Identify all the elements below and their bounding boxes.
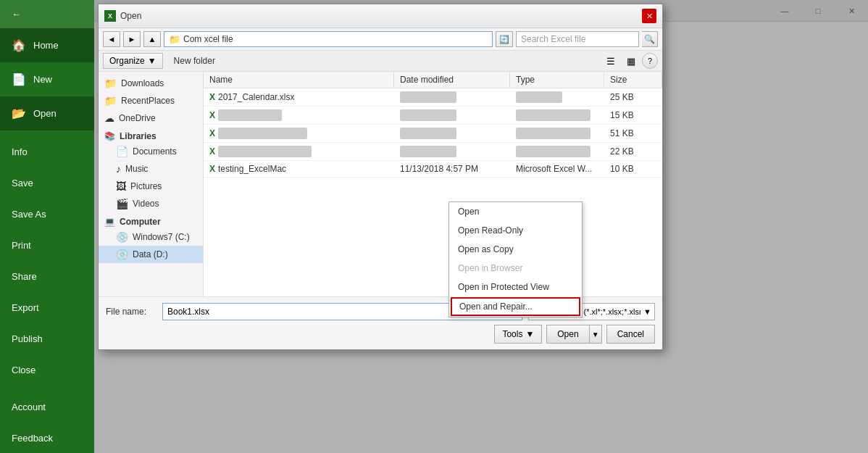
file-name: C [218,146,312,157]
data-drive-icon: 💿 [116,249,128,260]
sidebar-item-home[interactable]: 🏠 Home [0,28,94,62]
view-toggle-button[interactable]: ☰ [601,53,620,69]
new-folder-button[interactable]: New folder [166,53,223,69]
pictures-icon: 🖼 [116,180,126,192]
open-button-group: Open ▼ [546,325,601,344]
nav-item-label: Windows7 (C:) [133,232,190,242]
sidebar-item-open[interactable]: 📂 Open [0,96,94,130]
main-content: New Microsoft Excel Worksheet (2).xlsx -… [94,0,868,453]
sidebar-item-label: Share [12,271,37,282]
sidebar-item-label: Home [33,40,59,51]
forward-button[interactable]: ► [123,31,141,47]
up-button[interactable]: ▲ [143,31,161,47]
file-date-cell: 2/22 [394,88,510,106]
file-list-area: Name Date modified Type Size X 2017_Cale… [204,72,662,296]
sidebar-item-label: Publish [12,333,43,344]
help-button[interactable]: ? [642,53,658,69]
nav-item-videos[interactable]: 🎬 Videos [99,195,203,212]
file-type-cell: type [510,88,604,106]
nav-item-downloads[interactable]: 📁 Downloads [99,75,203,92]
file-size-cell: 25 KB [604,88,662,106]
nav-item-datad[interactable]: 💿 Data (D:) [99,246,203,263]
file-name: testing_ExcelMac [218,164,286,174]
search-box[interactable]: Search Excel file [516,31,639,47]
nav-item-documents[interactable]: 📄 Documents [99,143,203,160]
nav-item-label: Documents [133,146,177,157]
nav-item-music[interactable]: ♪ Music [99,160,203,178]
sidebar-item-save-as[interactable]: Save As [0,199,94,230]
path-box[interactable]: 📁 Com xcel file [164,31,493,47]
open-main-button[interactable]: Open [546,325,588,344]
dialog-excel-icon: X [104,10,116,22]
file-date: 2/22 [400,91,456,103]
nav-item-label: RecentPlaces [121,96,175,106]
refresh-button[interactable]: 🔄 [496,31,513,47]
sidebar-item-export[interactable]: Export [0,292,94,323]
col-name[interactable]: Name [204,72,394,88]
tools-label: Tools [502,329,522,339]
sidebar-item-account[interactable]: Account [0,391,94,423]
nav-item-pictures[interactable]: 🖼 Pictures [99,178,203,195]
file-date-cell: 11/13/2018 4:57 PM [394,161,510,177]
dialog-close-button[interactable]: ✕ [642,9,656,23]
sidebar-back-button[interactable]: ← [0,0,94,28]
sidebar-item-share[interactable]: Share [0,261,94,292]
path-text: Com xcel file [183,34,233,44]
menu-item-open-as-copy[interactable]: Open as Copy [449,240,582,259]
nav-item-onedrive[interactable]: ☁ OneDrive [99,109,203,127]
sidebar-item-info[interactable]: Info [0,136,94,167]
dialog-title-text: Open [120,11,141,21]
sidebar-item-label: Close [12,365,36,375]
open-dropdown-button[interactable]: ▼ [589,325,602,344]
footer-buttons: Tools ▼ Open ▼ Cancel [106,325,655,344]
table-row[interactable]: X g d-month-... 2/28 type 51 KB [204,125,662,143]
col-size[interactable]: Size [604,72,662,88]
nav-item-recent-places[interactable]: 📁 RecentPlaces [99,92,203,109]
documents-icon: 📄 [116,146,128,157]
nav-item-windows[interactable]: 💿 Windows7 (C:) [99,228,203,246]
file-size-cell: 51 KB [604,125,662,142]
table-row[interactable]: X testing_ExcelMac 11/13/2018 4:57 PM Mi… [204,161,662,178]
filename-label: File name: [106,307,157,317]
excel-file-icon: X [209,110,215,120]
music-icon: ♪ [116,163,121,175]
sidebar: ← 🏠 Home 📄 New 📂 Open Info Save Save As … [0,0,94,453]
col-date[interactable]: Date modified [394,72,510,88]
view-details-button[interactable]: ▦ [622,53,640,69]
col-type[interactable]: Type [510,72,604,88]
downloads-folder-icon: 📁 [104,78,117,89]
organize-button[interactable]: Organize ▼ [103,53,163,69]
file-type-cell: type [510,143,604,160]
search-button[interactable]: 🔍 [642,31,658,47]
search-placeholder: Search Excel file [521,34,585,44]
sidebar-item-label: Feedback [12,433,53,444]
nav-item-label: Videos [133,199,159,209]
nav-panel: 📁 Downloads 📁 RecentPlaces ☁ OneDrive 📚 … [99,72,204,296]
table-row[interactable]: X E 4/15 type 15 KB [204,107,662,125]
file-name: E [218,109,282,121]
sidebar-item-save[interactable]: Save [0,167,94,199]
file-name-cell: X g d-month-... [204,125,394,142]
sidebar-item-label: Open [33,108,57,119]
sidebar-item-print[interactable]: Print [0,230,94,261]
sidebar-item-new[interactable]: 📄 New [0,62,94,96]
recent-places-icon: 📁 [104,95,117,107]
sidebar-item-feedback[interactable]: Feedback [0,423,94,453]
table-row[interactable]: X C 2/22 type 22 KB [204,143,662,161]
file-size-cell: 10 KB [604,161,662,177]
menu-item-open-read-only[interactable]: Open Read-Only [449,221,582,240]
sidebar-item-close[interactable]: Close [0,354,94,386]
nav-item-label: Downloads [121,78,164,88]
back-button[interactable]: ◄ [103,31,120,47]
file-type: type [516,91,562,103]
cancel-button[interactable]: Cancel [606,325,655,344]
table-row[interactable]: X 2017_Calendar.xlsx 2/22 type 25 KB [204,88,662,107]
menu-item-open-protected-view[interactable]: Open in Protected View [449,278,582,296]
menu-item-open[interactable]: Open [449,202,582,221]
sidebar-item-publish[interactable]: Publish [0,323,94,354]
menu-item-open-and-repair[interactable]: Open and Repair... [451,297,580,316]
nav-libraries-header: 📚 Libraries [99,127,203,143]
tools-button[interactable]: Tools ▼ [494,325,542,344]
file-date-cell: 4/15 [394,107,510,124]
back-arrow-icon: ← [12,9,21,20]
